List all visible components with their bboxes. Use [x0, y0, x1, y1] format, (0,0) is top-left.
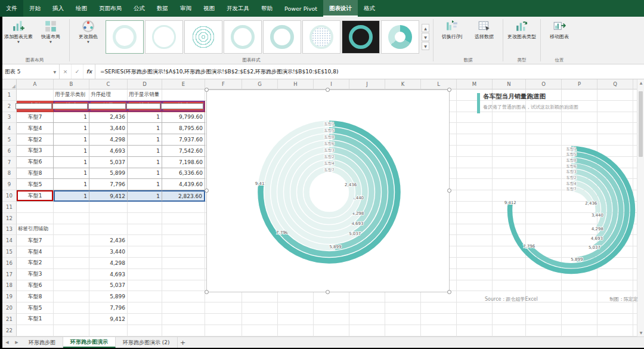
radial-track-chart[interactable]: 车型19,412车型57,796车型85,899车型65,037车型34,693…: [207, 90, 449, 292]
column-header-P[interactable]: P: [562, 79, 597, 89]
row-header-21[interactable]: 21: [2, 314, 17, 325]
column-header-F[interactable]: F: [205, 79, 242, 89]
cell-D4[interactable]: 1: [128, 123, 162, 134]
cell-O21[interactable]: [526, 314, 562, 325]
cell-D19[interactable]: [128, 291, 162, 302]
chart-ring-车型7[interactable]: [550, 189, 592, 231]
cell-D15[interactable]: [128, 246, 162, 258]
menu-tab[interactable]: 图表设计: [323, 0, 358, 17]
cell-L21[interactable]: [421, 314, 457, 325]
row-header-20[interactable]: 20: [2, 302, 17, 314]
cell-C13[interactable]: [89, 224, 128, 236]
cell-Q21[interactable]: [597, 314, 633, 325]
chart-style-tile[interactable]: [381, 20, 419, 54]
selected-chart-object[interactable]: 车型19,412车型57,796车型85,899车型65,037车型34,693…: [206, 89, 450, 292]
cell-E12[interactable]: [162, 213, 205, 224]
menu-tab[interactable]: 插入: [47, 0, 70, 17]
add-chart-element-button[interactable]: 添加图表元素 ▼: [2, 18, 35, 56]
row-header-2[interactable]: 2: [2, 101, 17, 112]
row-header-19[interactable]: 19: [2, 291, 17, 302]
cell-B10[interactable]: 1: [54, 190, 89, 202]
gallery-scroll-down-button[interactable]: ▼: [422, 33, 429, 41]
cell-C1[interactable]: 升序处理: [89, 89, 128, 101]
row-header-6[interactable]: 6: [2, 146, 17, 157]
cell-B12[interactable]: [54, 213, 89, 224]
cell-B20[interactable]: [54, 302, 89, 314]
row-header-15[interactable]: 15: [2, 246, 17, 258]
cell-E2[interactable]: 辅助▼: [162, 101, 205, 112]
cell-I21[interactable]: [314, 314, 349, 325]
row-header-9[interactable]: 9: [2, 179, 17, 190]
gallery-scroll-up-button[interactable]: ▲: [422, 24, 429, 32]
cell-E8[interactable]: 6,336.60: [162, 168, 205, 180]
cell-A4[interactable]: 车型4: [17, 123, 54, 134]
name-box-dropdown-icon[interactable]: ▼: [53, 70, 56, 74]
filter-dropdown-icon[interactable]: ▼: [126, 103, 160, 109]
cell-J19[interactable]: [349, 291, 385, 302]
cell-B6[interactable]: 1: [54, 146, 89, 157]
cell-D5[interactable]: 1: [128, 134, 162, 146]
cell-O22[interactable]: [526, 325, 562, 336]
cell-E18[interactable]: [162, 280, 205, 292]
chart-style-tile[interactable]: [184, 20, 222, 54]
cell-A21[interactable]: 车型1: [17, 314, 54, 325]
cell-J22[interactable]: [349, 325, 385, 336]
cancel-entry-button[interactable]: ×: [60, 64, 72, 79]
cell-K19[interactable]: [385, 291, 421, 302]
cell-C21[interactable]: 9,412: [89, 314, 128, 325]
cell-C14[interactable]: 2,436: [89, 235, 128, 246]
cell-A13[interactable]: 标签引用辅助: [17, 224, 54, 236]
cell-D14[interactable]: [128, 235, 162, 246]
cell-P22[interactable]: [562, 325, 597, 336]
cell-C6[interactable]: 4,693: [89, 146, 128, 157]
cell-P21[interactable]: [562, 314, 597, 325]
cell-D10[interactable]: 1: [128, 190, 162, 202]
radial-track-chart-final[interactable]: 车型19,412车型57,796车型85,899车型65,037车型34,693…: [473, 119, 644, 292]
cell-L19[interactable]: [421, 291, 457, 302]
chart-style-tile[interactable]: [342, 20, 380, 54]
cell-C12[interactable]: [89, 213, 128, 224]
cell-B17[interactable]: [54, 269, 89, 280]
menu-tab[interactable]: 文件: [0, 0, 23, 17]
menu-tab[interactable]: 审阅: [174, 0, 197, 17]
menu-tab[interactable]: 格式: [358, 0, 381, 17]
cell-H21[interactable]: [278, 314, 314, 325]
cell-J20[interactable]: [349, 302, 385, 314]
cell-A7[interactable]: 车型6: [17, 157, 54, 168]
cell-C9[interactable]: 7,796: [89, 179, 128, 190]
cell-B4[interactable]: 1: [54, 123, 89, 134]
cell-F19[interactable]: [205, 291, 242, 302]
cell-A15[interactable]: 车型4: [17, 246, 54, 258]
switch-row-column-button[interactable]: 切换行/列: [436, 18, 468, 56]
sheet-nav-next-icon[interactable]: ▶: [12, 337, 21, 348]
cell-B1[interactable]: 用于显示类别: [54, 89, 89, 101]
cell-D8[interactable]: 1: [128, 168, 162, 180]
cell-G20[interactable]: [242, 302, 278, 314]
cell-L20[interactable]: [421, 302, 457, 314]
cell-C10[interactable]: 9,412: [89, 190, 128, 202]
cell-D20[interactable]: [128, 302, 162, 314]
column-header-E[interactable]: E: [162, 79, 205, 89]
cell-B18[interactable]: [54, 280, 89, 292]
cell-E13[interactable]: [162, 224, 205, 236]
cell-D2[interactable]: 辅助▼: [128, 101, 162, 112]
final-chart-panel[interactable]: 各车型当月销量跑道图 看厌倦了普通的图表，试试这款新颖的跑道图 车型19,412…: [473, 89, 644, 312]
cell-D13[interactable]: [128, 224, 162, 236]
row-header-10[interactable]: 10: [2, 190, 17, 202]
sheet-tab[interactable]: 环形跑步图演示: [63, 337, 116, 348]
row-header-11[interactable]: 11: [2, 202, 17, 213]
selection-handle[interactable]: [205, 290, 209, 294]
cell-E11[interactable]: [162, 202, 205, 213]
cell-I22[interactable]: [314, 325, 349, 336]
cell-B7[interactable]: 1: [54, 157, 89, 168]
select-data-button[interactable]: 选择数据: [468, 18, 500, 56]
cell-A20[interactable]: 车型5: [17, 302, 54, 314]
cell-B14[interactable]: [54, 235, 89, 246]
cell-B19[interactable]: [54, 291, 89, 302]
sheet-nav-prev-icon[interactable]: ◀: [2, 337, 12, 348]
selection-handle[interactable]: [205, 189, 209, 193]
cell-B8[interactable]: 1: [54, 168, 89, 180]
chart-style-tile[interactable]: [263, 20, 301, 54]
cell-A14[interactable]: 车型7: [17, 235, 54, 246]
row-header-22[interactable]: 22: [2, 325, 17, 336]
